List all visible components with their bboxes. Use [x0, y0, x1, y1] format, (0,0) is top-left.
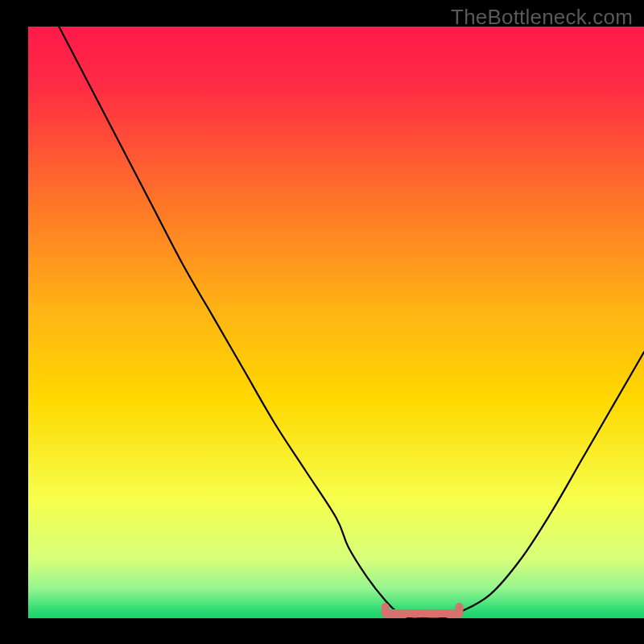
bottleneck-chart — [0, 0, 644, 644]
chart-container: TheBottleneck.com — [0, 0, 644, 644]
plot-background — [28, 27, 644, 618]
watermark-text: TheBottleneck.com — [451, 5, 633, 30]
